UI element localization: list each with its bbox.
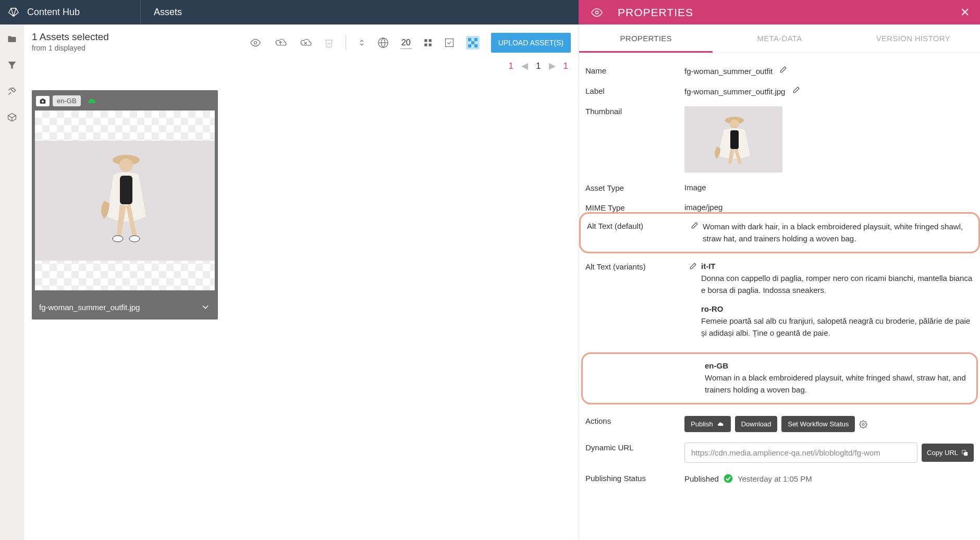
svg-point-28: [119, 158, 133, 172]
svg-rect-20: [468, 38, 471, 41]
workflow-button[interactable]: Set Workflow Status: [781, 416, 855, 432]
asset-thumbnail[interactable]: [35, 111, 215, 290]
preview-eye-icon: [589, 7, 605, 18]
field-alt-default-value: Woman with dark hair, in a black embroid…: [703, 221, 972, 244]
field-label-value: fg-woman_summer_outfit.jpg: [684, 87, 785, 96]
camera-icon: [36, 96, 50, 106]
toolbar-cloud-cancel-icon[interactable]: [299, 38, 312, 48]
svg-rect-16: [424, 44, 427, 46]
pagination-first[interactable]: 1: [509, 61, 513, 71]
svg-point-9: [254, 42, 256, 44]
thumbnail-image[interactable]: [684, 106, 782, 173]
page-title: Assets: [154, 7, 182, 18]
field-dynamic-url-label: Dynamic URL: [585, 443, 684, 452]
selected-count: 1 Assets selected: [32, 31, 109, 43]
variant-ro-text: Femeie poartă sal alb cu franjuri, salop…: [701, 315, 974, 339]
actions-gear-icon[interactable]: [859, 420, 867, 428]
svg-point-31: [129, 236, 140, 242]
svg-marker-8: [8, 62, 16, 68]
cloud-synced-icon: [86, 97, 97, 105]
tab-metadata[interactable]: META-DATA: [713, 24, 846, 53]
sidebar-tools-icon[interactable]: [7, 86, 17, 96]
svg-point-34: [730, 119, 739, 129]
toolbar-globe-icon[interactable]: [377, 37, 389, 48]
field-actions-label: Actions: [585, 416, 684, 425]
toolbar-preview-icon[interactable]: [249, 38, 262, 48]
field-mime-value: image/jpeg: [684, 203, 974, 212]
brand-label: Content Hub: [27, 7, 80, 18]
pagination-next-icon[interactable]: ▶: [549, 60, 556, 71]
download-button[interactable]: Download: [735, 416, 778, 432]
close-icon[interactable]: ✕: [960, 6, 970, 19]
dynamic-url-input[interactable]: [684, 443, 917, 463]
field-asset-type-value: Image: [684, 183, 974, 192]
field-publishing-status-label: Publishing Status: [585, 473, 684, 483]
page-size-select[interactable]: 20: [400, 37, 412, 49]
publish-button[interactable]: Publish: [684, 416, 731, 432]
edit-icon[interactable]: [779, 66, 787, 74]
toolbar-trash-icon[interactable]: [324, 38, 334, 48]
svg-rect-18: [445, 39, 453, 47]
toolbar-divider: [346, 35, 346, 50]
svg-point-39: [724, 474, 733, 483]
svg-rect-29: [120, 176, 132, 204]
toolbar-cloud-upload-icon[interactable]: [274, 38, 287, 48]
field-mime-label: MIME Type: [585, 203, 684, 212]
field-alt-default-label: Alt Text (default): [587, 221, 686, 230]
displayed-count: from 1 displayed: [32, 44, 109, 52]
svg-rect-15: [428, 39, 431, 42]
edit-icon[interactable]: [686, 221, 703, 230]
toolbar-sort-icon[interactable]: [358, 38, 366, 48]
panel-header-title: PROPERTIES: [618, 6, 693, 19]
edit-icon[interactable]: [792, 86, 800, 94]
publishing-status-time: Yesterday at 1:05 PM: [738, 474, 812, 483]
locale-badge: en-GB: [53, 95, 81, 106]
chevron-down-icon[interactable]: [200, 302, 211, 312]
pagination-prev-icon[interactable]: ◀: [521, 60, 528, 71]
edit-icon[interactable]: [684, 262, 701, 271]
field-asset-type-label: Asset Type: [585, 183, 684, 192]
svg-rect-17: [428, 44, 431, 46]
svg-rect-14: [424, 39, 427, 42]
svg-point-30: [113, 236, 123, 242]
svg-rect-35: [730, 130, 739, 149]
field-name-value: fg-woman_summer_outfit: [684, 67, 773, 76]
pagination-last[interactable]: 1: [564, 61, 568, 71]
svg-rect-24: [474, 44, 477, 47]
toolbar-select-icon[interactable]: [444, 38, 455, 48]
field-label-label: Label: [585, 86, 684, 95]
upload-button[interactable]: UPLOAD ASSET(S): [491, 33, 571, 53]
tab-properties[interactable]: PROPERTIES: [579, 24, 713, 53]
toolbar-transparency-icon[interactable]: [466, 36, 480, 50]
variant-it-text: Donna con cappello di paglia, romper ner…: [701, 273, 974, 296]
field-thumbnail-label: Thumbnail: [585, 106, 684, 116]
pagination-current: 1: [536, 61, 541, 71]
publishing-status-value: Published: [684, 474, 719, 483]
svg-rect-23: [468, 44, 471, 47]
tab-version-history[interactable]: VERSION HISTORY: [847, 24, 980, 53]
sidebar-folder-icon[interactable]: [7, 34, 17, 44]
svg-rect-22: [471, 41, 474, 44]
check-circle-icon: [723, 473, 733, 484]
svg-point-7: [595, 11, 598, 14]
variant-ro-label: ro-RO: [701, 304, 974, 313]
asset-filename: fg-woman_summer_outfit.jpg: [39, 303, 140, 312]
asset-card[interactable]: en-GB: [32, 90, 218, 320]
field-alt-variants-label: Alt Text (variants): [585, 262, 684, 271]
svg-rect-21: [474, 38, 477, 41]
copy-url-button[interactable]: Copy URL: [922, 444, 974, 462]
variant-it-label: it-IT: [701, 262, 974, 271]
svg-point-36: [862, 423, 864, 425]
app-logo-icon: [8, 7, 19, 18]
variant-en-label: en-GB: [705, 361, 970, 370]
sidebar-box-icon[interactable]: [7, 112, 17, 122]
field-name-label: Name: [585, 66, 684, 75]
svg-point-25: [42, 100, 44, 102]
sidebar-filter-icon[interactable]: [7, 60, 17, 70]
variant-en-text: Woman in a black embroidered playsuit, w…: [705, 372, 970, 396]
toolbar-grid-icon[interactable]: [423, 38, 433, 47]
